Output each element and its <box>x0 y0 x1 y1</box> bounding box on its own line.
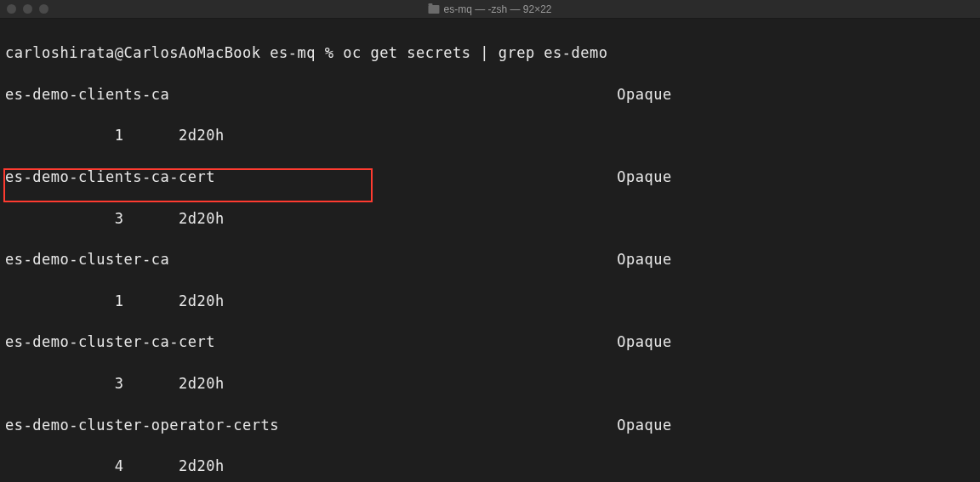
terminal-line: es-demo-cluster-ca-cert Opaque <box>5 332 975 352</box>
terminal-line: 3 2d20h <box>5 208 975 229</box>
terminal-line: es-demo-clients-ca-cert Opaque <box>5 167 975 187</box>
folder-icon <box>428 5 439 14</box>
terminal-line: 4 2d20h <box>5 456 975 476</box>
terminal-line: 1 2d20h <box>5 125 975 145</box>
terminal-line: carloshirata@CarlosAoMacBook es-mq % oc … <box>5 43 975 63</box>
terminal-line: es-demo-clients-ca Opaque <box>5 84 975 105</box>
close-button[interactable] <box>7 4 16 14</box>
traffic-lights <box>7 4 48 14</box>
terminal-line: 1 2d20h <box>5 291 975 311</box>
terminal-line: es-demo-cluster-ca Opaque <box>5 249 975 269</box>
terminal-output[interactable]: carloshirata@CarlosAoMacBook es-mq % oc … <box>0 19 980 482</box>
terminal-line: 3 2d20h <box>5 373 975 394</box>
title-text: es-mq — -zsh — 92×22 <box>443 3 551 15</box>
window-title: es-mq — -zsh — 92×22 <box>428 3 551 15</box>
window-titlebar: es-mq — -zsh — 92×22 <box>0 0 980 19</box>
zoom-button[interactable] <box>39 4 48 14</box>
minimize-button[interactable] <box>23 4 32 14</box>
terminal-line: es-demo-cluster-operator-certs Opaque <box>5 415 975 435</box>
